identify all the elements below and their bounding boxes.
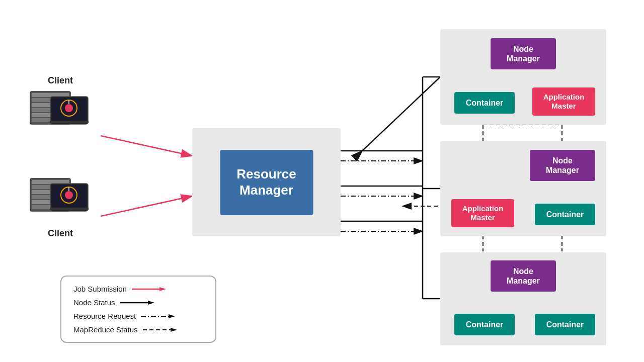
svg-point-48 — [65, 191, 73, 199]
legend-node-status-label: Node Status — [73, 298, 115, 307]
resource-request-arrow-icon — [141, 313, 176, 320]
container-box-1: Container — [454, 92, 515, 114]
node-manager-box-3: Node Manager — [491, 260, 556, 292]
legend-mapreduce-status: MapReduce Status — [73, 325, 203, 334]
mapreduce-status-arrow-icon — [143, 326, 178, 333]
node-section-3: Node Manager Container Container — [440, 252, 606, 345]
legend-job-submission-label: Job Submission — [73, 285, 127, 293]
legend-mapreduce-status-line — [143, 326, 178, 333]
app-master-box-2: Application Master — [451, 199, 514, 227]
legend-resource-request-label: Resource Request — [73, 312, 136, 320]
client-top-icon — [28, 89, 93, 139]
svg-marker-54 — [148, 301, 154, 305]
diagram-container: Client — [0, 0, 644, 362]
resource-manager-box: Resource Manager — [220, 150, 313, 215]
svg-line-6 — [101, 196, 192, 216]
legend-resource-request-line — [141, 313, 176, 320]
svg-rect-37 — [50, 121, 89, 123]
legend-node-status: Node Status — [73, 298, 203, 307]
node-manager-box-2: Node Manager — [530, 150, 595, 181]
node-section-1: Node Manager Container Application Maste… — [440, 29, 606, 125]
legend-resource-request: Resource Request — [73, 312, 203, 320]
resource-manager-outer: Resource Manager — [192, 128, 341, 236]
svg-point-35 — [65, 104, 73, 112]
svg-marker-56 — [169, 314, 175, 318]
svg-marker-52 — [159, 287, 166, 291]
node-status-arrow-icon — [120, 299, 155, 306]
resource-manager-label: Resource Manager — [220, 166, 313, 198]
client-top-group: Client — [28, 75, 93, 141]
node-manager-box-1: Node Manager — [491, 38, 556, 69]
legend: Job Submission Node Status Resource Requ… — [60, 276, 216, 343]
client-bottom-group: Client — [28, 176, 93, 242]
legend-node-status-line — [120, 299, 155, 306]
app-master-box-1: Application Master — [532, 87, 595, 116]
client-bottom-icon — [28, 176, 93, 226]
node-section-2: Node Manager Application Master Containe… — [440, 141, 606, 236]
client-top-label: Client — [28, 75, 93, 86]
job-submission-arrow-icon — [132, 286, 167, 293]
legend-job-submission-line — [132, 286, 167, 293]
svg-line-7 — [362, 77, 440, 151]
svg-marker-58 — [171, 328, 177, 332]
legend-job-submission: Job Submission — [73, 285, 203, 293]
container-box-3a: Container — [454, 314, 515, 335]
svg-line-5 — [101, 136, 192, 156]
legend-mapreduce-status-label: MapReduce Status — [73, 325, 138, 334]
container-box-2: Container — [535, 204, 595, 225]
svg-rect-50 — [50, 208, 89, 210]
client-bottom-label: Client — [28, 228, 93, 239]
container-box-3b: Container — [535, 314, 595, 335]
